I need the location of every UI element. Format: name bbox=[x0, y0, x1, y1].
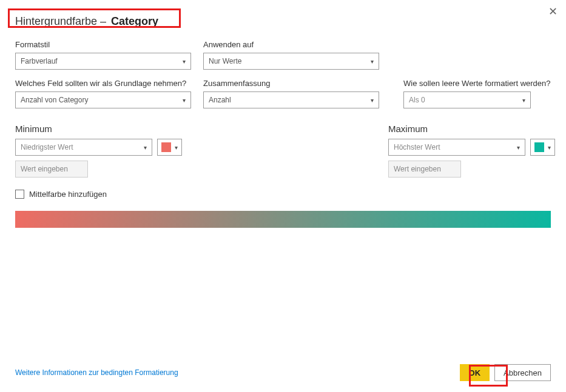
apply-to-dropdown[interactable]: Nur Werte ▾ bbox=[203, 53, 379, 70]
basis-field-label: Welches Feld sollten wir als Grundlage n… bbox=[15, 79, 191, 88]
chevron-down-icon: ▾ bbox=[522, 97, 525, 104]
middle-color-label: Mittelfarbe hinzufügen bbox=[29, 190, 107, 199]
empty-values-label: Wie sollen leere Werte formatiert werden… bbox=[403, 79, 551, 88]
apply-to-value: Nur Werte bbox=[209, 57, 241, 65]
chevron-down-icon: ▾ bbox=[548, 144, 551, 151]
chevron-down-icon: ▾ bbox=[183, 58, 186, 65]
chevron-down-icon: ▾ bbox=[371, 97, 374, 104]
format-style-value: Farbverlauf bbox=[21, 57, 58, 65]
dialog-title: Hintergrundfarbe – Category bbox=[15, 15, 551, 28]
basis-field-dropdown[interactable]: Anzahl von Category ▾ bbox=[15, 91, 191, 108]
chevron-down-icon: ▾ bbox=[371, 58, 374, 65]
chevron-down-icon: ▾ bbox=[517, 144, 520, 151]
chevron-down-icon: ▾ bbox=[175, 144, 178, 151]
maximum-label: Maximum bbox=[388, 124, 555, 134]
summary-dropdown[interactable]: Anzahl ▾ bbox=[203, 91, 379, 108]
summary-value: Anzahl bbox=[209, 96, 231, 104]
minimum-value-input[interactable]: Wert eingeben bbox=[15, 161, 88, 178]
chevron-down-icon: ▾ bbox=[144, 144, 147, 151]
more-info-link[interactable]: Weitere Informationen zur bedingten Form… bbox=[15, 368, 178, 377]
maximum-value-input[interactable]: Wert eingeben bbox=[388, 161, 461, 178]
empty-values-value: Als 0 bbox=[409, 96, 425, 104]
middle-color-checkbox[interactable] bbox=[15, 190, 24, 199]
minimum-color-picker[interactable]: ▾ bbox=[157, 139, 182, 156]
maximum-mode-dropdown[interactable]: Höchster Wert ▾ bbox=[388, 139, 525, 156]
dialog-title-prefix: Hintergrundfarbe – bbox=[15, 15, 106, 28]
maximum-mode-value: Höchster Wert bbox=[394, 143, 440, 151]
gradient-preview-bar bbox=[15, 211, 551, 228]
minimum-value-placeholder: Wert eingeben bbox=[21, 165, 68, 173]
maximum-color-swatch bbox=[534, 142, 544, 152]
minimum-mode-dropdown[interactable]: Niedrigster Wert ▾ bbox=[15, 139, 152, 156]
minimum-color-swatch bbox=[161, 142, 171, 152]
chevron-down-icon: ▾ bbox=[183, 97, 186, 104]
basis-field-value: Anzahl von Category bbox=[21, 96, 88, 104]
maximum-value-placeholder: Wert eingeben bbox=[394, 165, 441, 173]
dialog-title-entity: Category bbox=[111, 15, 158, 28]
ok-button[interactable]: OK bbox=[460, 364, 490, 381]
format-style-dropdown[interactable]: Farbverlauf ▾ bbox=[15, 53, 191, 70]
cancel-button[interactable]: Abbrechen bbox=[494, 364, 551, 381]
format-style-label: Formatstil bbox=[15, 40, 191, 49]
summary-label: Zusammenfassung bbox=[203, 79, 379, 88]
minimum-mode-value: Niedrigster Wert bbox=[21, 143, 73, 151]
minimum-label: Minimum bbox=[15, 124, 182, 134]
maximum-color-picker[interactable]: ▾ bbox=[530, 139, 555, 156]
empty-values-dropdown[interactable]: Als 0 ▾ bbox=[403, 91, 531, 108]
apply-to-label: Anwenden auf bbox=[203, 40, 379, 49]
close-icon[interactable]: ✕ bbox=[548, 5, 558, 18]
